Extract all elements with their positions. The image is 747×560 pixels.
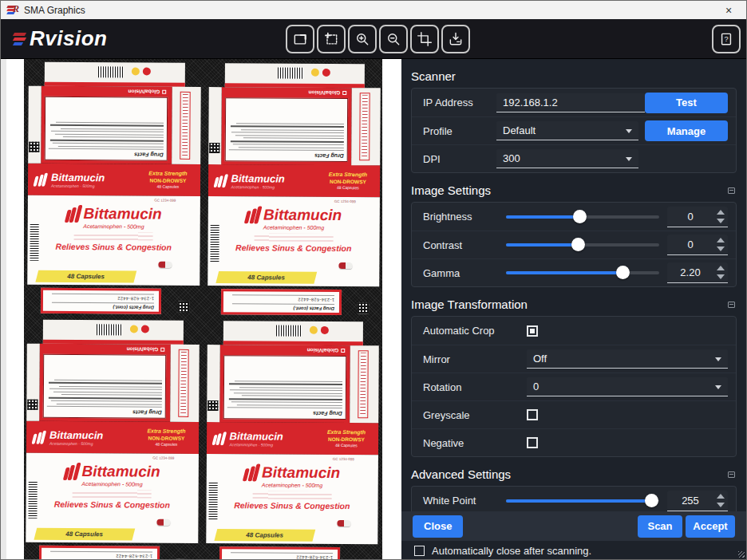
scan-preview-viewer[interactable]: GlobalVision Drug Facts Bittamucin Aceta…	[1, 59, 401, 559]
accept-button[interactable]: Accept	[686, 515, 735, 538]
section-header-image-settings: Image Settings	[411, 183, 737, 197]
manage-button[interactable]: Manage	[645, 120, 728, 141]
test-button[interactable]: Test	[645, 93, 728, 113]
dieline-mid-band: Bittamucin Acetaminophen - 500mg Extra S…	[208, 164, 380, 197]
mirror-row: Mirror Off	[412, 345, 736, 373]
checkbox-mark	[162, 90, 166, 94]
spinner-down-icon[interactable]	[717, 219, 725, 223]
white-point-slider[interactable]	[506, 494, 659, 508]
ip-address-input[interactable]	[496, 93, 645, 112]
contrast-slider[interactable]	[506, 238, 659, 252]
capsule-count: 48 Capsules	[246, 531, 283, 538]
greyscale-checkbox[interactable]	[527, 409, 538, 420]
brand-name: Bittamucin	[49, 428, 103, 440]
brand-mark-icon	[33, 430, 45, 444]
capsule-graphic	[156, 519, 170, 526]
slider-thumb[interactable]	[573, 210, 587, 223]
spinner-up-icon[interactable]	[717, 210, 725, 215]
checkbox-mark	[341, 349, 345, 353]
brand-subtitle: Acetaminophen - 500mg	[231, 184, 284, 189]
drug-facts-title: Drug Facts	[227, 410, 342, 416]
spinner-up-icon[interactable]	[717, 494, 725, 499]
collapse-icon[interactable]	[728, 471, 735, 478]
dieline-front-panel: GC 1234-099 Bittamucin Acetaminophen - 5…	[208, 196, 380, 286]
rotation-select[interactable]: 0	[527, 377, 728, 396]
dieline-facts-red-panel: GlobalVision Drug Facts	[221, 87, 352, 165]
brand-mark-icon	[65, 205, 80, 223]
spinner-down-icon[interactable]	[717, 246, 725, 251]
collapse-icon[interactable]	[728, 302, 735, 308]
close-window-button[interactable]: ×	[717, 4, 740, 17]
brand-name-large: Bittamucin	[83, 205, 161, 223]
dieline-mid-band: Bittamucin Acetaminophen - 500mg Extra S…	[206, 422, 378, 455]
dpi-label: DPI	[423, 153, 496, 165]
dieline-right-flap	[351, 88, 381, 165]
gamma-slider[interactable]	[506, 266, 659, 280]
automatic-crop-label: Automatic Crop	[423, 325, 527, 337]
contact-code: 1-234-628-4422	[46, 554, 152, 559]
dieline-grid: GlobalVision Drug Facts Bittamucin Aceta…	[26, 62, 381, 559]
barcode	[98, 66, 124, 77]
brightness-spinner[interactable]: 0	[667, 207, 728, 227]
auto-close-checkbox[interactable]	[414, 546, 425, 556]
capsule-count-small: 48 Capsules	[147, 442, 185, 448]
spinner-up-icon[interactable]	[717, 266, 725, 270]
brand-mark-icon	[34, 172, 46, 186]
scan-button[interactable]: Scan	[638, 515, 682, 538]
select-region-button[interactable]	[317, 25, 346, 53]
zoom-out-button[interactable]	[379, 25, 408, 53]
slider-thumb[interactable]	[616, 266, 630, 279]
settings-panel: Scanner IP Address Test Profile Default …	[401, 59, 746, 559]
gamma-label: Gamma	[423, 267, 500, 279]
dieline-mid-band: Bittamucin Acetaminophen - 500mg Extra S…	[28, 164, 200, 196]
image-transformation-groupbox: Automatic Crop Mirror Off Rotation 0	[411, 316, 737, 457]
barcode	[97, 324, 122, 335]
spinner-up-icon[interactable]	[717, 238, 725, 243]
crop-button[interactable]	[410, 25, 439, 53]
vertical-barcode	[208, 483, 217, 519]
vertical-barcode	[30, 224, 38, 261]
strength-label: Extra Strength	[329, 172, 367, 179]
spinner-down-icon[interactable]	[717, 503, 725, 507]
brightness-value: 0	[667, 211, 713, 223]
mirror-select[interactable]: Off	[527, 349, 728, 369]
dieline-bottom-strip: Drug Facts (cont.) 1-234-628-4422	[27, 288, 200, 314]
brand-subtitle-large: Acetaminophen - 500mg	[28, 223, 200, 230]
brand-subtitle: Acetaminophen - 500mg	[51, 183, 105, 187]
dieline-facts-section: GlobalVision Drug Facts	[28, 86, 200, 164]
scan-import-button[interactable]	[441, 25, 470, 53]
resize-grip[interactable]	[738, 551, 745, 558]
contact-code: 1-234-628-4422	[227, 554, 333, 559]
automatic-crop-row: Automatic Crop	[412, 317, 736, 345]
print-mark-red	[321, 326, 329, 334]
brand-name-large: Bittamucin	[263, 206, 342, 224]
collapse-icon[interactable]	[728, 187, 735, 194]
brightness-slider[interactable]	[506, 210, 659, 224]
gamma-spinner[interactable]: 2.20	[667, 262, 728, 283]
app-icon: R	[7, 5, 19, 16]
count-ribbon: 48 Capsules	[34, 528, 135, 541]
spinner-down-icon[interactable]	[717, 274, 725, 279]
slider-thumb[interactable]	[571, 238, 585, 251]
section-header-scanner: Scanner	[411, 69, 737, 83]
image-transformation-header-label: Image Transformation	[411, 298, 528, 311]
dieline-bottom-strip: Drug Facts (cont.) 1-234-628-4422	[26, 546, 198, 559]
help-button[interactable]: ?	[712, 25, 741, 53]
profile-select[interactable]: Default	[496, 121, 638, 140]
white-point-value: 255	[667, 495, 713, 507]
fit-view-button[interactable]	[286, 25, 314, 53]
contrast-spinner[interactable]: 0	[667, 235, 728, 255]
dpi-select[interactable]: 300	[496, 149, 638, 168]
automatic-crop-checkbox[interactable]	[527, 325, 538, 337]
toolbar: Rvision	[1, 19, 746, 59]
white-point-spinner[interactable]: 255	[667, 491, 728, 511]
close-button[interactable]: Close	[413, 515, 463, 538]
print-mark-yellow	[132, 67, 140, 75]
slider-thumb[interactable]	[645, 494, 658, 507]
vertical-barcode	[28, 482, 37, 519]
negative-checkbox[interactable]	[527, 437, 538, 448]
drug-facts-panel: Drug Facts	[43, 354, 166, 419]
zoom-in-button[interactable]	[348, 25, 377, 53]
dieline-facts-red-panel: GlobalVision Drug Facts	[41, 86, 172, 164]
image-settings-header-label: Image Settings	[411, 183, 491, 197]
